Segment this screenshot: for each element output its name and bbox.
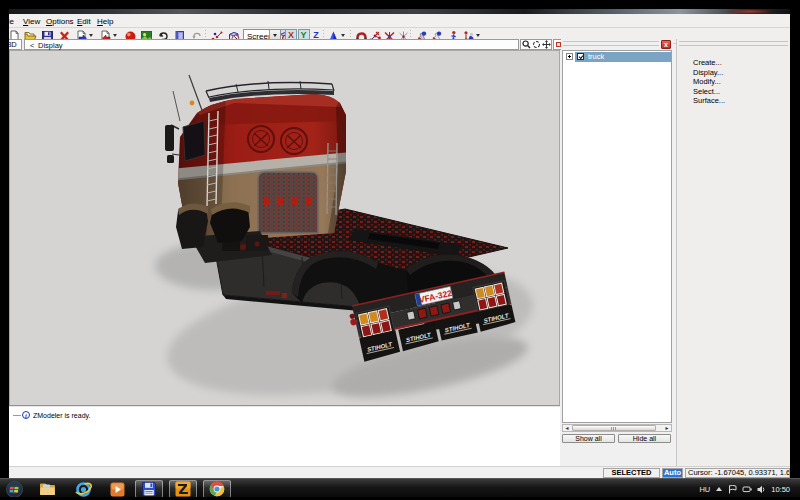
chrome-app-button[interactable] bbox=[203, 480, 231, 498]
cab-rear-panel bbox=[258, 172, 318, 233]
internet-explorer-icon[interactable] bbox=[74, 481, 92, 497]
show-all-button[interactable]: Show all bbox=[562, 434, 615, 443]
menu-edit[interactable]: Edit bbox=[77, 16, 91, 27]
action-center-icon[interactable] bbox=[728, 485, 737, 494]
beacon-light bbox=[190, 101, 195, 106]
command-display[interactable]: Display... bbox=[693, 68, 723, 77]
floppy-app-button[interactable] bbox=[135, 480, 163, 498]
frame-top bbox=[0, 0, 800, 9]
zmodeler-window: File View Options Edit Help ScreenXYZ 3D… bbox=[9, 9, 790, 478]
scroll-left-button[interactable]: ◄ bbox=[563, 425, 571, 431]
tree-connector bbox=[13, 415, 21, 416]
scroll-right-button[interactable]: ► bbox=[663, 425, 671, 431]
log-panel: i ZModeler is ready. bbox=[9, 405, 560, 466]
cursor-coordinates: Cursor: -1.67045, 0.93371, 1.67526 bbox=[685, 468, 790, 478]
explorer-icon[interactable] bbox=[38, 481, 56, 497]
panel-grip[interactable] bbox=[679, 41, 788, 46]
language-indicator[interactable]: HU bbox=[699, 485, 710, 494]
frame-left bbox=[0, 0, 9, 478]
orbit-icon[interactable] bbox=[532, 40, 541, 49]
view-name: Display bbox=[38, 41, 63, 50]
viewport-title-bar[interactable]: < Display bbox=[24, 39, 519, 50]
screen: File View Options Edit Help ScreenXYZ 3D… bbox=[0, 0, 800, 500]
command-select[interactable]: Select... bbox=[693, 87, 720, 96]
command-create[interactable]: Create... bbox=[693, 58, 722, 67]
clock[interactable]: 10:50 bbox=[771, 485, 790, 494]
frame-right bbox=[790, 0, 800, 478]
show-hidden-icons[interactable] bbox=[715, 486, 723, 493]
menu-file[interactable]: File bbox=[9, 16, 14, 27]
dropdown-arrow[interactable] bbox=[89, 33, 94, 37]
hide-all-button[interactable]: Hide all bbox=[618, 434, 671, 443]
media-player-icon[interactable] bbox=[108, 481, 126, 497]
truck-model[interactable]: VFA-322 bbox=[10, 51, 559, 405]
log-message: ZModeler is ready. bbox=[33, 412, 90, 419]
scene-tree-panel: x truck ◄ ► Show all Hide all bbox=[561, 39, 673, 466]
mode-indicator: SELECTED MODE bbox=[603, 468, 660, 478]
dropdown-arrow[interactable] bbox=[113, 33, 118, 37]
back-arrow: < bbox=[30, 41, 34, 50]
dropdown-arrow[interactable] bbox=[476, 33, 481, 37]
command-surface[interactable]: Surface... bbox=[693, 96, 725, 105]
tree-item-truck[interactable]: truck bbox=[563, 52, 671, 62]
dropdown-arrow[interactable] bbox=[341, 33, 346, 37]
visibility-checkbox[interactable] bbox=[577, 53, 584, 60]
status-bar: SELECTED MODE Auto Cursor: -1.67045, 0.9… bbox=[9, 466, 790, 478]
pan-icon[interactable] bbox=[542, 40, 551, 49]
auto-indicator[interactable]: Auto bbox=[662, 468, 683, 478]
viewport-tools bbox=[520, 39, 552, 50]
tree-item-label: truck bbox=[588, 53, 604, 61]
scrollbar-thumb[interactable] bbox=[572, 425, 656, 431]
menu-help[interactable]: Help bbox=[97, 16, 113, 27]
menu-options[interactable]: Options bbox=[46, 16, 74, 27]
volume-icon[interactable] bbox=[757, 485, 766, 494]
expand-icon[interactable] bbox=[566, 53, 573, 60]
selection-highlight: truck bbox=[575, 52, 671, 62]
viewport-3d[interactable]: VFA-322 bbox=[9, 50, 560, 405]
power-icon[interactable] bbox=[742, 485, 752, 494]
tree-horizontal-scrollbar[interactable]: ◄ ► bbox=[562, 424, 672, 432]
viewport-header: 3D < Display bbox=[9, 39, 560, 50]
panel-grip[interactable] bbox=[563, 41, 659, 46]
close-panel-button[interactable]: x bbox=[661, 40, 671, 49]
side-mirror bbox=[165, 125, 179, 163]
zoom-icon[interactable] bbox=[522, 40, 531, 49]
system-tray: HU 10:50 bbox=[699, 479, 790, 499]
command-panel: Create... Display... Modify... Select...… bbox=[676, 39, 790, 466]
view-type-button[interactable]: 3D bbox=[9, 39, 22, 50]
info-icon: i bbox=[22, 411, 30, 419]
scene-tree[interactable]: truck bbox=[562, 50, 672, 423]
start-button[interactable] bbox=[5, 481, 23, 497]
zmodeler-app-button[interactable] bbox=[169, 480, 197, 498]
command-modify[interactable]: Modify... bbox=[693, 77, 721, 86]
log-entry[interactable]: i ZModeler is ready. bbox=[13, 410, 90, 420]
menu-bar: File View Options Edit Help bbox=[9, 14, 790, 28]
menu-view[interactable]: View bbox=[23, 16, 40, 27]
